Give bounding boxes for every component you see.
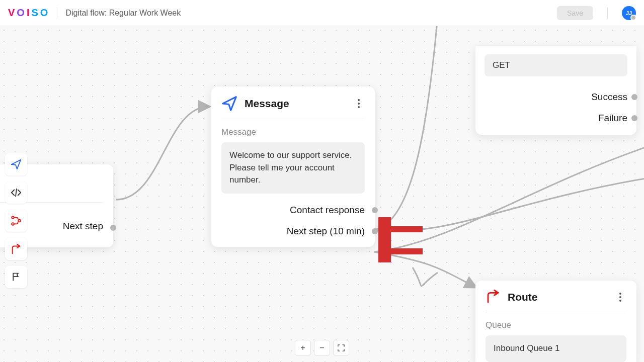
route-arrow-icon (486, 290, 501, 305)
output-failure: Failure (485, 113, 627, 124)
http-method-value: GET (485, 54, 627, 76)
svg-point-4 (358, 103, 360, 105)
svg-point-1 (12, 223, 14, 225)
svg-point-6 (619, 293, 621, 295)
svg-point-3 (358, 99, 360, 101)
page-title: Digital flow: Regular Work Week (65, 9, 181, 18)
flow-node-api[interactable]: GET Success Failure (475, 46, 636, 135)
output-next-step: Next step (10 min) (221, 226, 365, 237)
svg-point-7 (619, 296, 621, 298)
svg-point-5 (358, 106, 360, 108)
code-tool[interactable] (5, 182, 27, 204)
save-button[interactable]: Save (557, 6, 593, 20)
svg-point-8 (619, 300, 621, 302)
output-port[interactable] (372, 228, 378, 234)
code-icon (11, 187, 22, 198)
node-menu-button[interactable] (614, 291, 626, 303)
node-title: Route (508, 291, 607, 303)
flag-icon (11, 272, 21, 282)
annotation-arrows (378, 217, 429, 262)
kebab-icon (619, 293, 621, 302)
output-contact-response: Contact response (221, 205, 365, 216)
flag-tool[interactable] (5, 266, 27, 288)
divider (57, 8, 57, 19)
output-port[interactable] (372, 207, 378, 213)
fullscreen-icon (338, 344, 345, 351)
divider (607, 8, 608, 19)
brand-logo: VOISO (8, 7, 49, 19)
node-title: Message (245, 98, 346, 110)
svg-point-0 (12, 216, 14, 219)
node-menu-button[interactable] (353, 98, 365, 110)
paper-plane-icon (11, 159, 22, 170)
queue-value: Inbound Queue 1 (486, 335, 626, 362)
output-port[interactable] (631, 115, 637, 121)
kebab-icon (358, 99, 360, 108)
zoom-fit-button[interactable] (333, 340, 349, 356)
branch-icon (11, 215, 22, 226)
section-label: Message (211, 119, 375, 142)
output-label: Next step (63, 221, 103, 232)
branch-tool[interactable] (5, 210, 27, 232)
zoom-controls: + − (295, 340, 349, 356)
output-port[interactable] (110, 225, 116, 231)
message-tool[interactable] (5, 153, 27, 175)
zoom-in-button[interactable]: + (295, 340, 311, 356)
message-body: Welcome to our support service. Please t… (221, 142, 365, 194)
flow-canvas[interactable]: Next step Message Message Welcome to our… (0, 26, 644, 362)
output-success: Success (485, 92, 627, 103)
flow-node-message[interactable]: Message Message Welcome to our support s… (211, 86, 375, 247)
paper-plane-icon (221, 96, 237, 112)
output-port[interactable] (631, 94, 637, 100)
svg-point-2 (18, 220, 21, 222)
avatar[interactable]: JJ (622, 6, 636, 20)
zoom-out-button[interactable]: − (314, 340, 330, 356)
route-arrow-icon (11, 243, 22, 254)
flow-node-route[interactable]: Route Queue Inbound Queue 1 (475, 281, 636, 362)
route-tool[interactable] (5, 238, 27, 260)
toolbox (5, 153, 27, 288)
section-label: Queue (475, 312, 636, 335)
app-header: VOISO Digital flow: Regular Work Week Sa… (0, 0, 644, 26)
